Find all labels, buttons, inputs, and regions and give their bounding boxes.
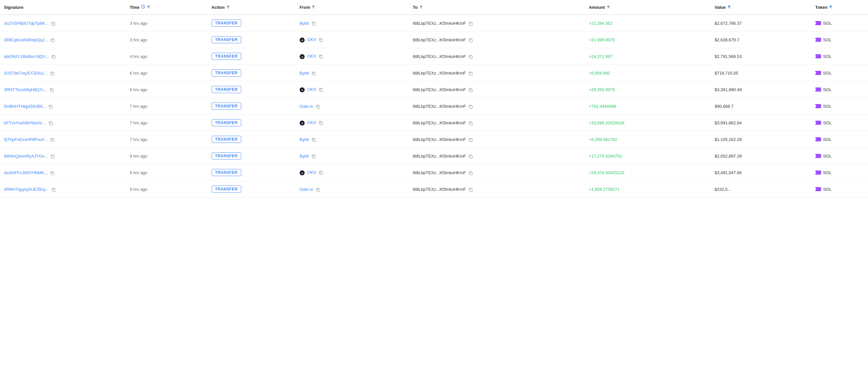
copy-signature-icon[interactable] bbox=[50, 88, 54, 92]
table-row: 5mBhHTHkjjdZ8nB8... 7 hrs agoTRANSFER Ga… bbox=[0, 98, 868, 115]
signature-link[interactable]: 4sAhiFFxJWSYfNMK... bbox=[4, 170, 48, 175]
svg-rect-30 bbox=[52, 73, 54, 75]
copy-to-icon[interactable] bbox=[468, 121, 473, 125]
copy-to-icon[interactable] bbox=[468, 55, 473, 59]
svg-rect-46 bbox=[470, 106, 472, 108]
transfer-badge[interactable]: TRANSFER bbox=[212, 69, 241, 76]
col-header-token[interactable]: Token bbox=[811, 0, 868, 14]
copy-to-icon[interactable] bbox=[468, 71, 473, 75]
copy-to-icon[interactable] bbox=[468, 88, 473, 92]
from-link[interactable]: Gate.io bbox=[300, 104, 313, 109]
action-filter-icon[interactable] bbox=[226, 5, 230, 10]
signature-cell: abERdYJ3bi9boYdQV... bbox=[0, 48, 126, 65]
table-row: 2US7bk7oqJCCE6v1... 6 hrs agoTRANSFER By… bbox=[0, 65, 868, 82]
action-cell: TRANSFER bbox=[208, 65, 296, 82]
copy-signature-icon[interactable] bbox=[52, 55, 56, 59]
action-cell: TRANSFER bbox=[208, 82, 296, 98]
copy-from-icon[interactable] bbox=[312, 71, 316, 75]
copy-to-icon[interactable] bbox=[468, 104, 473, 109]
amount-filter-icon[interactable] bbox=[607, 5, 610, 10]
copy-signature-icon[interactable] bbox=[50, 138, 54, 142]
copy-to-icon[interactable] bbox=[468, 138, 473, 142]
svg-rect-21 bbox=[815, 40, 821, 42]
copy-from-icon[interactable] bbox=[319, 88, 323, 92]
from-link[interactable]: Gate.io bbox=[300, 187, 313, 192]
time-filter-icon[interactable] bbox=[147, 5, 150, 10]
copy-signature-icon[interactable] bbox=[50, 171, 54, 175]
col-header-value[interactable]: Value bbox=[711, 0, 811, 14]
copy-signature-icon[interactable] bbox=[49, 121, 53, 125]
transfer-badge[interactable]: TRANSFER bbox=[212, 169, 241, 176]
copy-from-icon[interactable] bbox=[312, 138, 316, 142]
col-header-time[interactable]: Time bbox=[126, 0, 207, 14]
from-filter-icon[interactable] bbox=[312, 5, 315, 10]
copy-from-icon[interactable] bbox=[312, 22, 316, 26]
col-header-amount[interactable]: Amount bbox=[585, 0, 711, 14]
token-filter-icon[interactable] bbox=[829, 5, 833, 10]
copy-from-icon[interactable] bbox=[316, 104, 320, 109]
amount-cell: +1,959.2739271 bbox=[585, 181, 711, 198]
from-link[interactable]: OKX bbox=[307, 54, 316, 59]
svg-rect-81 bbox=[815, 187, 821, 189]
col-header-action[interactable]: Action bbox=[208, 0, 296, 14]
value-cell: $3,491,047.66 bbox=[711, 164, 811, 181]
transfer-badge[interactable]: TRANSFER bbox=[212, 152, 241, 160]
copy-from-icon[interactable] bbox=[319, 54, 323, 59]
signature-link[interactable]: bFTvxYrwN8V5exhc... bbox=[4, 121, 46, 125]
copy-signature-icon[interactable] bbox=[49, 104, 53, 109]
transfer-badge[interactable]: TRANSFER bbox=[212, 102, 241, 110]
from-link[interactable]: OKX bbox=[307, 170, 316, 175]
value-filter-icon[interactable] bbox=[727, 5, 731, 10]
signature-link[interactable]: 3oZVSPBdU7dpTp6K... bbox=[4, 21, 49, 26]
signature-link[interactable]: 389CqhUeh6RdpQqJ... bbox=[4, 37, 48, 42]
copy-from-icon[interactable] bbox=[319, 38, 323, 42]
from-link[interactable]: OKX bbox=[307, 87, 316, 92]
copy-signature-icon[interactable] bbox=[51, 22, 55, 26]
transfer-badge[interactable]: TRANSFER bbox=[212, 36, 241, 43]
copy-to-icon[interactable] bbox=[468, 38, 473, 42]
signature-link[interactable]: 4RNHTqyyiqSUE35cy... bbox=[4, 187, 49, 192]
svg-rect-64 bbox=[52, 156, 54, 158]
transfer-badge[interactable]: TRANSFER bbox=[212, 186, 241, 193]
signature-link[interactable]: 9WdoQwnnRyAJYGx... bbox=[4, 154, 48, 159]
transfer-badge[interactable]: TRANSFER bbox=[212, 86, 241, 93]
to-cell: 6t8LbpTEXz...Kf3mkoHKmF bbox=[409, 82, 585, 98]
transfer-badge[interactable]: TRANSFER bbox=[212, 20, 241, 27]
copy-signature-icon[interactable] bbox=[50, 71, 54, 75]
copy-from-icon[interactable] bbox=[316, 188, 320, 192]
signature-link[interactable]: abERdYJ3bi9boYdQV... bbox=[4, 54, 49, 59]
transfer-badge[interactable]: TRANSFER bbox=[212, 119, 241, 126]
copy-from-icon[interactable] bbox=[319, 171, 323, 175]
from-link[interactable]: Bybit bbox=[300, 137, 309, 142]
from-cell: Bybit bbox=[296, 14, 409, 32]
transfer-badge[interactable]: TRANSFER bbox=[212, 136, 241, 143]
from-link[interactable]: Bybit bbox=[300, 21, 309, 26]
copy-to-icon[interactable] bbox=[468, 22, 473, 26]
clock-icon[interactable] bbox=[141, 5, 145, 10]
copy-to-icon[interactable] bbox=[468, 171, 473, 175]
copy-to-icon[interactable] bbox=[468, 188, 473, 192]
signature-cell: 2US7bk7oqJCCE6v1... bbox=[0, 65, 126, 82]
copy-to-icon[interactable] bbox=[468, 154, 473, 159]
signature-link[interactable]: 5mBhHTHkjjdZ8nB8... bbox=[4, 104, 46, 109]
copy-signature-icon[interactable] bbox=[51, 38, 55, 42]
signature-cell: 389CqhUeh6RdpQqJ... bbox=[0, 32, 126, 48]
svg-rect-58 bbox=[52, 139, 54, 141]
from-link[interactable]: Bybit bbox=[300, 154, 309, 159]
from-link[interactable]: OKX bbox=[307, 37, 316, 42]
signature-link[interactable]: 3RNTTkcsWkjHtEj7c... bbox=[4, 87, 47, 92]
col-header-from[interactable]: From bbox=[296, 0, 409, 14]
copy-from-icon[interactable] bbox=[312, 154, 316, 159]
col-header-to[interactable]: To bbox=[409, 0, 585, 14]
signature-link[interactable]: 2US7bk7oqJCCE6v1... bbox=[4, 71, 48, 75]
signature-link[interactable]: 5jThpFnExsHPBFwzf... bbox=[4, 137, 48, 142]
from-cell: ✕ OKX bbox=[296, 164, 409, 181]
to-filter-icon[interactable] bbox=[420, 5, 423, 10]
to-cell: 6t8LbpTEXz...Kf3mkoHKmF bbox=[409, 48, 585, 65]
from-link[interactable]: OKX bbox=[307, 120, 316, 125]
transfer-badge[interactable]: TRANSFER bbox=[212, 53, 241, 60]
copy-signature-icon[interactable] bbox=[52, 188, 56, 192]
copy-from-icon[interactable] bbox=[319, 121, 323, 125]
copy-signature-icon[interactable] bbox=[51, 154, 55, 159]
from-link[interactable]: Bybit bbox=[300, 71, 309, 75]
